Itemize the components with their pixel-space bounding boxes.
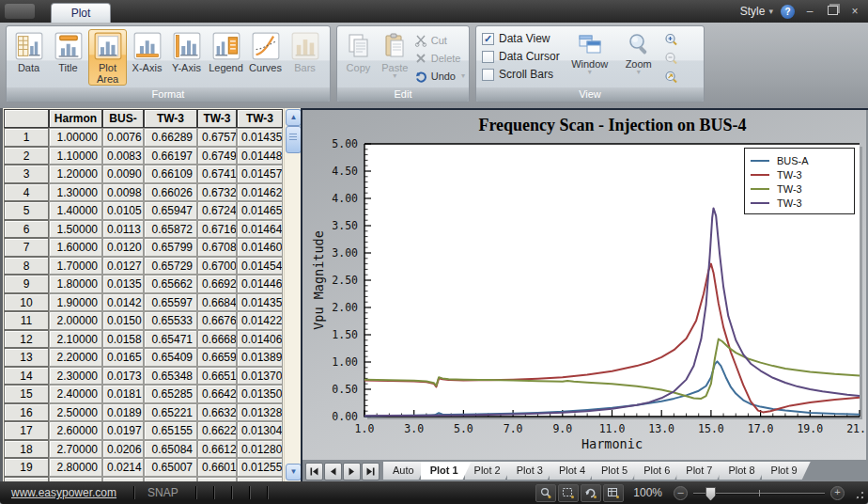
table-cell[interactable]: 0.65947 <box>144 201 197 220</box>
format-button-title[interactable]: Title <box>49 29 87 86</box>
column-header[interactable]: TW-3 <box>197 109 237 128</box>
table-cell[interactable]: 1.40000 <box>49 201 102 220</box>
plot-tab-plot-8[interactable]: Plot 8 <box>719 462 767 480</box>
table-cell[interactable]: 2.20000 <box>49 348 102 367</box>
row-header[interactable]: 15 <box>4 385 49 403</box>
format-button-y-axis[interactable]: Y-Axis <box>167 29 206 86</box>
zoom-slider[interactable]: – + <box>674 486 845 500</box>
table-cell[interactable]: 0.65729 <box>144 257 197 276</box>
table-cell[interactable]: 1.20000 <box>49 165 102 183</box>
table-cell[interactable]: 0.0090 <box>102 165 144 183</box>
column-header[interactable] <box>4 109 49 128</box>
zoom-slider-track[interactable] <box>693 487 825 499</box>
table-cell[interactable]: 0.6692 <box>197 275 237 293</box>
table-cell[interactable]: 0.6708 <box>197 238 237 257</box>
table-cell[interactable]: 1.30000 <box>49 183 102 202</box>
plot-tab-plot-9[interactable]: Plot 9 <box>762 462 811 480</box>
zoom-window-button[interactable] <box>558 484 579 502</box>
table-cell[interactable]: 0.0165 <box>102 348 144 367</box>
table-cell[interactable]: 0.6749 <box>197 147 237 165</box>
table-cell[interactable]: 2.50000 <box>49 403 102 422</box>
cut-button[interactable]: Cut <box>414 33 465 48</box>
table-cell[interactable]: 2.40000 <box>49 385 102 403</box>
table-cell[interactable]: 2.80000 <box>49 458 102 477</box>
table-cell[interactable]: 0.65409 <box>144 348 197 367</box>
row-header[interactable]: 1 <box>4 128 49 147</box>
last-plot-icon[interactable] <box>362 463 380 480</box>
row-header[interactable]: 3 <box>4 165 49 183</box>
table-cell[interactable]: 0.65662 <box>144 275 197 293</box>
table-cell[interactable]: 1.10000 <box>49 147 102 165</box>
table-cell[interactable]: 0.01255 <box>237 458 283 477</box>
table-cell[interactable]: 0.0158 <box>102 330 144 349</box>
row-header[interactable]: 14 <box>4 367 49 386</box>
undo-dropdown-icon[interactable]: ▾ <box>461 73 465 79</box>
minimize-button[interactable]: – <box>802 4 817 19</box>
plot-tab-plot-1[interactable]: Plot 1 <box>421 462 472 480</box>
table-cell[interactable]: 0.0150 <box>102 311 144 330</box>
scroll-up-icon[interactable]: ▲ <box>286 109 301 126</box>
zoom-fit-icon[interactable] <box>663 70 679 86</box>
table-cell[interactable]: 0.01406 <box>237 330 283 349</box>
column-header[interactable]: TW-3 <box>144 109 197 128</box>
table-cell[interactable]: 0.65872 <box>144 220 197 239</box>
plot-tab-plot-3[interactable]: Plot 3 <box>507 462 556 480</box>
table-cell[interactable]: 0.01464 <box>237 220 283 239</box>
undo-button[interactable]: Undo ▾ <box>414 69 465 84</box>
table-cell[interactable]: 0.6632 <box>197 403 237 422</box>
table-cell[interactable]: 0.66026 <box>144 183 197 202</box>
chevron-down-icon[interactable]: ▾ <box>768 7 773 16</box>
row-header[interactable]: 4 <box>4 183 49 202</box>
help-icon[interactable]: ? <box>781 5 795 19</box>
table-cell[interactable]: 0.0135 <box>102 275 144 293</box>
table-cell[interactable]: 0.65285 <box>144 385 197 403</box>
format-button-data[interactable]: Data <box>9 29 48 86</box>
table-cell[interactable]: 0.65597 <box>144 293 197 312</box>
table-cell[interactable]: 0.66197 <box>144 147 197 165</box>
zoom-previous-button[interactable] <box>581 484 601 502</box>
prev-plot-icon[interactable] <box>324 463 342 480</box>
table-cell[interactable]: 0.0197 <box>102 421 144 440</box>
easypower-link[interactable]: www.easypower.com <box>11 486 116 499</box>
row-header[interactable]: 6 <box>4 220 49 239</box>
zoom-button[interactable]: Zoom ▾ <box>620 30 658 86</box>
plot-tab-plot-2[interactable]: Plot 2 <box>465 462 514 480</box>
plot-tab-plot-5[interactable]: Plot 5 <box>592 462 641 480</box>
table-cell[interactable]: 0.65221 <box>144 403 197 422</box>
row-header[interactable]: 10 <box>4 293 49 312</box>
row-header[interactable]: 12 <box>4 330 49 349</box>
table-cell[interactable]: 0.65155 <box>144 421 197 440</box>
row-header[interactable]: 13 <box>4 348 49 367</box>
table-cell[interactable]: 0.66289 <box>144 128 197 147</box>
table-cell[interactable]: 0.01435 <box>237 128 283 147</box>
table-cell[interactable]: 0.01304 <box>237 421 283 440</box>
row-header[interactable]: 7 <box>4 238 49 257</box>
window-dropdown-icon[interactable]: ▾ <box>588 70 592 75</box>
table-cell[interactable]: 0.0113 <box>102 220 144 239</box>
table-cell[interactable]: 2.60000 <box>49 421 102 440</box>
row-header[interactable]: 5 <box>4 201 49 220</box>
table-scrollbar[interactable]: ▲ ▼ <box>284 108 301 481</box>
tab-plot[interactable]: Plot <box>51 3 111 24</box>
table-cell[interactable]: 0.6732 <box>197 183 237 202</box>
close-button[interactable]: × <box>847 4 862 19</box>
table-cell[interactable]: 0.0189 <box>102 403 144 422</box>
table-cell[interactable]: 1.70000 <box>49 257 102 276</box>
checkbox-data-cursor[interactable]: Data Cursor <box>482 50 560 63</box>
format-button-plot-area[interactable]: Plot Area <box>88 29 127 86</box>
table-cell[interactable]: 0.0127 <box>102 257 144 276</box>
table-cell[interactable]: 2.10000 <box>49 330 102 349</box>
format-button-x-axis[interactable]: X-Axis <box>128 29 166 86</box>
table-cell[interactable]: 0.0083 <box>102 147 144 165</box>
unchecked-checkbox-icon[interactable] <box>482 51 494 63</box>
row-header[interactable]: 16 <box>4 403 49 422</box>
checkbox-scroll-bars[interactable]: Scroll Bars <box>482 68 560 81</box>
checkbox-data-view[interactable]: ✓Data View <box>482 32 560 45</box>
zoom-out-icon[interactable] <box>663 51 679 67</box>
table-cell[interactable]: 1.00000 <box>49 128 102 147</box>
zoom-in-icon[interactable] <box>663 32 679 48</box>
table-cell[interactable]: 0.01457 <box>237 165 283 183</box>
row-header[interactable]: 9 <box>4 275 49 293</box>
table-cell[interactable]: 0.0120 <box>102 238 144 257</box>
table-cell[interactable]: 0.6622 <box>197 421 237 440</box>
